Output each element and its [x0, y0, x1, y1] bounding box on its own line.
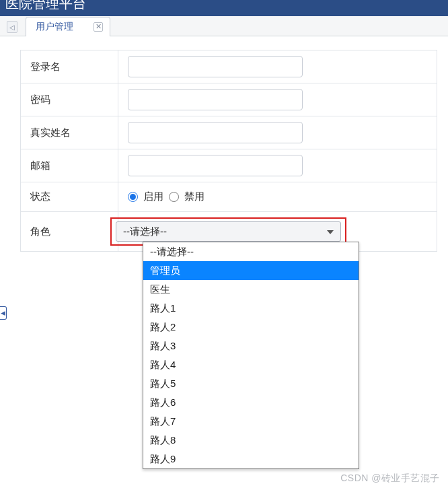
header-title-fragment: 医院管理平台 [5, 0, 86, 11]
dropdown-option[interactable]: 管理员 [143, 261, 359, 280]
dropdown-option[interactable]: 路人2 [143, 318, 359, 337]
login-label: 登录名 [21, 50, 118, 83]
role-select[interactable]: --请选择-- [116, 221, 341, 242]
watermark-text: CSDN @砖业手艺混子 [340, 473, 440, 485]
status-enable-label: 启用 [143, 190, 163, 203]
chevron-left-icon: ◀ [1, 310, 5, 316]
tab-strip: ◁ 用户管理 ✕ [0, 16, 448, 36]
close-icon: ✕ [96, 22, 102, 30]
dropdown-option[interactable]: 路人8 [143, 431, 359, 450]
dropdown-option[interactable]: 路人1 [143, 299, 359, 318]
status-disable-radio[interactable] [169, 192, 179, 202]
login-input[interactable] [128, 56, 303, 77]
side-expand-handle[interactable]: ◀ [0, 306, 7, 320]
dropdown-option[interactable]: 路人6 [143, 393, 359, 412]
dropdown-option[interactable]: 路人9 [143, 450, 359, 468]
tab-label: 用户管理 [36, 21, 73, 33]
dropdown-option[interactable]: 路人4 [143, 355, 359, 374]
realname-input[interactable] [128, 122, 303, 143]
password-label: 密码 [21, 83, 118, 116]
dropdown-option[interactable]: 路人7 [143, 412, 359, 431]
status-label: 状态 [21, 182, 118, 212]
password-input[interactable] [128, 89, 303, 110]
dropdown-option[interactable]: 路人3 [143, 337, 359, 355]
dropdown-option[interactable]: 医生 [143, 280, 359, 299]
email-label: 邮箱 [21, 149, 118, 182]
form-panel: 登录名 密码 真实姓名 邮箱 状态 启用 禁用 [0, 36, 448, 252]
dropdown-option[interactable]: --请选择-- [143, 242, 359, 261]
user-form: 登录名 密码 真实姓名 邮箱 状态 启用 禁用 [20, 50, 437, 252]
dropdown-option[interactable]: 路人5 [143, 374, 359, 393]
status-enable-radio[interactable] [128, 192, 138, 202]
role-label: 角色 [21, 212, 118, 252]
tab-user-management[interactable]: 用户管理 ✕ [26, 17, 110, 36]
status-radio-group: 启用 禁用 [128, 190, 427, 203]
realname-label: 真实姓名 [21, 116, 118, 149]
email-input[interactable] [128, 155, 303, 176]
chevron-left-icon: ◁ [9, 24, 15, 31]
tab-scroll-left-button[interactable]: ◁ [7, 21, 17, 33]
status-disable-label: 禁用 [184, 190, 204, 203]
app-header: 医院管理平台 [0, 0, 448, 16]
role-select-value: --请选择-- [123, 225, 167, 238]
tab-close-button[interactable]: ✕ [94, 22, 103, 32]
role-dropdown-list: --请选择--管理员医生路人1路人2路人3路人4路人5路人6路人7路人8路人9 [143, 242, 359, 469]
